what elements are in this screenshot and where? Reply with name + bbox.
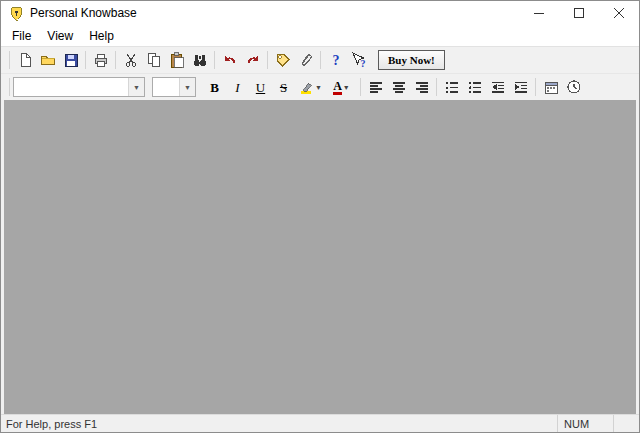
toolbar-separator — [115, 51, 116, 69]
increase-indent-button[interactable] — [509, 76, 532, 98]
open-folder-icon — [40, 52, 56, 68]
italic-icon: I — [235, 81, 239, 94]
toolbar-separator — [85, 51, 86, 69]
decrease-indent-button[interactable] — [486, 76, 509, 98]
help-question-icon: ? — [328, 52, 344, 68]
font-name-combo[interactable]: ▼ — [13, 77, 145, 97]
minimize-icon — [534, 8, 544, 18]
resize-grip[interactable] — [613, 415, 639, 432]
align-left-icon — [368, 79, 384, 95]
svg-text:?: ? — [360, 58, 365, 68]
copy-button[interactable] — [142, 49, 165, 71]
maximize-button[interactable] — [559, 1, 599, 25]
chevron-down-icon[interactable]: ▼ — [179, 78, 195, 96]
bullet-list-button[interactable] — [463, 76, 486, 98]
italic-button[interactable]: I — [226, 76, 249, 98]
numbered-list-button[interactable] — [440, 76, 463, 98]
buy-now-button[interactable]: Buy Now! — [378, 50, 445, 70]
printer-icon — [93, 52, 109, 68]
clipboard-icon — [169, 52, 185, 68]
underline-button[interactable]: U — [249, 76, 272, 98]
tag-icon — [275, 52, 291, 68]
maximize-icon — [574, 8, 584, 18]
app-logo-icon — [9, 6, 24, 21]
align-right-button[interactable] — [410, 76, 433, 98]
save-button[interactable] — [59, 49, 82, 71]
chevron-down-icon: ▼ — [343, 84, 350, 91]
close-button[interactable] — [599, 1, 639, 25]
title-bar: Personal Knowbase — [1, 1, 639, 25]
align-center-icon — [391, 79, 407, 95]
minimize-button[interactable] — [519, 1, 559, 25]
binoculars-icon — [192, 52, 208, 68]
strikethrough-button[interactable]: S — [272, 76, 295, 98]
status-help-text: For Help, press F1 — [1, 418, 557, 430]
toolbar-separator — [360, 78, 361, 96]
cut-button[interactable] — [119, 49, 142, 71]
font-name-value[interactable] — [14, 78, 128, 96]
paperclip-icon — [298, 52, 314, 68]
toolbar-separator — [436, 78, 437, 96]
scissors-icon — [123, 52, 139, 68]
save-floppy-icon — [63, 52, 79, 68]
toolbar-gripper — [9, 51, 10, 69]
chevron-down-icon: ▼ — [315, 84, 322, 91]
attachments-button[interactable] — [294, 49, 317, 71]
window-title: Personal Knowbase — [30, 6, 137, 20]
new-button[interactable] — [13, 49, 36, 71]
underline-icon: U — [256, 81, 265, 94]
context-help-button[interactable]: ? — [347, 49, 370, 71]
toolbar-separator — [320, 51, 321, 69]
status-bar: For Help, press F1 NUM — [1, 414, 639, 432]
open-button[interactable] — [36, 49, 59, 71]
strikethrough-icon: S — [280, 81, 287, 94]
menu-file[interactable]: File — [4, 27, 39, 45]
num-lock-indicator: NUM — [557, 415, 613, 432]
window-controls — [519, 1, 639, 25]
close-icon — [614, 8, 624, 18]
keywords-button[interactable] — [271, 49, 294, 71]
menu-view[interactable]: View — [39, 27, 81, 45]
font-color-button[interactable]: A ▼ — [326, 76, 357, 98]
align-center-button[interactable] — [387, 76, 410, 98]
undo-button[interactable] — [218, 49, 241, 71]
highlight-color-button[interactable]: ▼ — [295, 76, 326, 98]
print-button[interactable] — [89, 49, 112, 71]
app-icon — [8, 5, 24, 21]
insert-time-button[interactable] — [562, 76, 585, 98]
insert-date-button[interactable] — [539, 76, 562, 98]
numbered-list-icon — [444, 79, 460, 95]
bold-button[interactable]: B — [203, 76, 226, 98]
menu-bar: File View Help — [1, 25, 639, 46]
svg-text:?: ? — [332, 53, 339, 68]
highlighter-pen-icon — [299, 80, 314, 95]
new-document-icon — [17, 52, 33, 68]
app-window: Personal Knowbase File View Help — [0, 0, 640, 433]
font-size-combo[interactable]: ▼ — [152, 77, 196, 97]
font-color-icon: A — [333, 80, 342, 95]
menu-help[interactable]: Help — [81, 27, 122, 45]
toolbar-separator — [535, 78, 536, 96]
redo-arrow-icon — [245, 52, 261, 68]
insert-time-icon — [566, 79, 582, 95]
redo-button[interactable] — [241, 49, 264, 71]
font-size-value[interactable] — [153, 78, 179, 96]
toolbar-separator — [214, 51, 215, 69]
increase-indent-icon — [513, 79, 529, 95]
bold-icon: B — [210, 81, 219, 94]
align-right-icon — [414, 79, 430, 95]
paste-button[interactable] — [165, 49, 188, 71]
copy-pages-icon — [146, 52, 162, 68]
undo-arrow-icon — [222, 52, 238, 68]
context-help-icon: ? — [351, 52, 367, 68]
insert-date-icon — [543, 79, 559, 95]
find-button[interactable] — [188, 49, 211, 71]
align-left-button[interactable] — [364, 76, 387, 98]
help-button[interactable]: ? — [324, 49, 347, 71]
toolbar-separator — [267, 51, 268, 69]
decrease-indent-icon — [490, 79, 506, 95]
workspace — [4, 100, 636, 414]
toolbar-gripper — [9, 78, 10, 96]
format-toolbar: ▼ ▼ B I U S ▼ A ▼ — [1, 73, 639, 100]
chevron-down-icon[interactable]: ▼ — [128, 78, 144, 96]
